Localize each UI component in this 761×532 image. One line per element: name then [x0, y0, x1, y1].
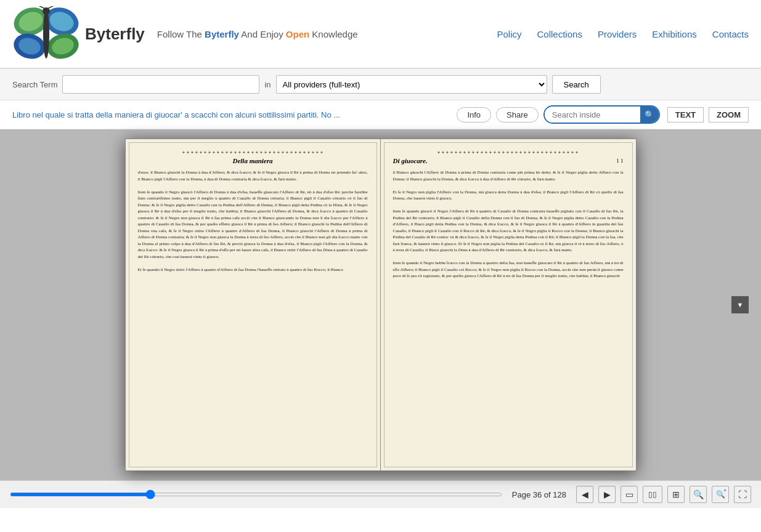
page-right-ornament: ✦✦✦✦✦✦✦✦✦✦✦✦✦✦✦✦✦✦✦✦✦✦✦✦✦✦✦✦✦✦✦✦✦ — [393, 150, 624, 155]
search-inside-input[interactable] — [545, 107, 640, 123]
tagline: Follow The Byterfly And Enjoy Open Knowl… — [157, 29, 358, 39]
title-bar: Libro nel quale si tratta della maniera … — [0, 100, 761, 129]
view-double-button[interactable]: ▯▯ — [643, 486, 662, 503]
progress-slider[interactable] — [10, 493, 502, 496]
book-page-right: ✦✦✦✦✦✦✦✦✦✦✦✦✦✦✦✦✦✦✦✦✦✦✦✦✦✦✦✦✦✦✦✦✦ Di giu… — [381, 139, 637, 471]
search-inside-button[interactable]: 🔍 — [640, 105, 659, 124]
book-page-left: ✦✦✦✦✦✦✦✦✦✦✦✦✦✦✦✦✦✦✦✦✦✦✦✦✦✦✦✦✦✦✦✦✦ Della … — [125, 139, 381, 471]
page-right-header: Di giuocare. 1 1 — [393, 157, 624, 164]
main-nav: Policy Collections Providers Exhibitions… — [497, 29, 749, 39]
page-left-header: Della maniera — [138, 157, 368, 164]
view-grid-button[interactable]: ⊞ — [667, 486, 685, 503]
search-input[interactable] — [62, 75, 259, 94]
fullscreen-button[interactable]: ⛶ — [734, 486, 751, 503]
text-button[interactable]: TEXT — [667, 107, 704, 123]
scroll-down-area: ▼ — [731, 296, 749, 313]
zoom-button[interactable]: ZOOM — [709, 107, 749, 123]
brand-title: Byterfly — [85, 25, 145, 44]
info-button[interactable]: Info — [457, 107, 491, 123]
nav-policy[interactable]: Policy — [497, 29, 522, 39]
search-label: Search Term — [12, 80, 57, 89]
svg-point-8 — [43, 9, 49, 58]
nav-collections[interactable]: Collections — [537, 29, 582, 39]
next-page-button[interactable]: ▶ — [598, 486, 616, 503]
provider-select[interactable]: All providers (full-text) Europeana DPLA… — [276, 75, 547, 94]
in-label: in — [264, 80, 271, 89]
view-single-button[interactable]: ▭ — [621, 486, 638, 503]
header: Byterfly Follow The Byterfly And Enjoy O… — [0, 0, 761, 69]
page-left-ornament: ✦✦✦✦✦✦✦✦✦✦✦✦✦✦✦✦✦✦✦✦✦✦✦✦✦✦✦✦✦✦✦✦✦ — [138, 150, 368, 155]
nav-exhibitions[interactable]: Exhibitions — [652, 29, 697, 39]
share-button[interactable]: Share — [496, 107, 539, 123]
scroll-down-button[interactable]: ▼ — [731, 296, 749, 313]
search-bar: Search Term in All providers (full-text)… — [0, 69, 761, 100]
viewer-area: ▼ ✦✦✦✦✦✦✦✦✦✦✦✦✦✦✦✦✦✦✦✦✦✦✦✦✦✦✦✦✦✦✦✦✦ Dell… — [0, 129, 761, 480]
book-title: Libro nel quale si tratta della maniera … — [12, 110, 452, 119]
search-inside-container: 🔍 — [543, 105, 660, 124]
prev-page-button[interactable]: ◀ — [576, 486, 593, 503]
logo-icon — [12, 6, 80, 62]
zoom-out-button[interactable]: 🔍 — [690, 486, 707, 503]
logo-area: Byterfly — [12, 6, 145, 62]
book-spread: ✦✦✦✦✦✦✦✦✦✦✦✦✦✦✦✦✦✦✦✦✦✦✦✦✦✦✦✦✦✦✦✦✦ Della … — [125, 139, 637, 471]
nav-contacts[interactable]: Contacts — [712, 29, 749, 39]
page-left-text: d'esso: il Bianco giuochi la Donna à dua… — [138, 169, 368, 273]
page-right-text: il Bianco giuochi l'Alfiero di Donna à p… — [393, 169, 624, 280]
controls-bar: Page 36 of 128 ◀ ▶ ▭ ▯▯ ⊞ 🔍 🔍+ ⛶ — [0, 480, 761, 508]
page-info: Page 36 of 128 — [512, 490, 566, 499]
zoom-in-button[interactable]: 🔍+ — [712, 486, 729, 503]
search-button[interactable]: Search — [552, 75, 601, 94]
nav-providers[interactable]: Providers — [598, 29, 637, 39]
